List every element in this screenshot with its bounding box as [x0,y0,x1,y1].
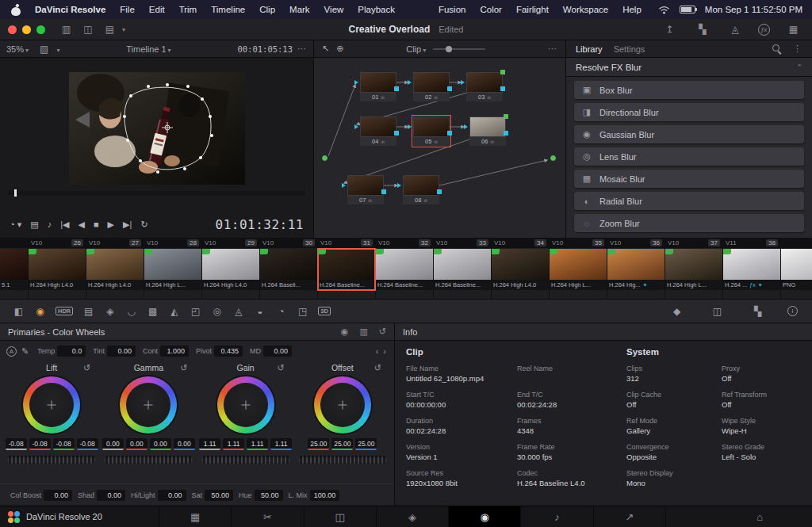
param-value-cont[interactable]: 1.000 [160,346,189,357]
wheel-strip-slider[interactable] [7,456,96,464]
param-value-sat[interactable]: 50.00 [205,490,233,501]
timeline-clip-36[interactable]: V1036H.264 Hig...✦ [607,238,665,299]
pointer-tool-icon[interactable]: ↖ [322,44,329,54]
box-blur-item[interactable]: ▣Box Blur [574,81,804,99]
directional-blur-item[interactable]: ◨Directional Blur [574,103,804,121]
clip-thumbnail-area[interactable]: H.264 High L4.0 [492,249,549,290]
param-value-col-boost[interactable]: 0.00 [44,490,72,501]
viewer-panel-icon[interactable]: ◫ [83,25,92,34]
node-08[interactable]: 08ılı [403,175,439,204]
param-value-md[interactable]: 0.00 [263,346,292,357]
timeline-clip-32[interactable]: V1032H.264 Baseline... [376,238,434,299]
fx-section-header[interactable]: Resolve FX Blur ⌃ [566,58,812,77]
timeline-clip[interactable]: PNG [781,238,812,299]
node-02[interactable]: 02ılı [413,72,450,101]
pan-tool-icon[interactable]: ⊕ [336,44,343,54]
camera-raw-icon[interactable]: ◧ [8,307,29,316]
audio-mute-button[interactable]: ♪ [48,220,52,229]
gallery-view-dropdown[interactable]: ▧▾ [33,44,59,54]
node-zoom-slider[interactable] [433,48,485,50]
wheel-value[interactable]: 25.00 [308,438,329,450]
clip-thumbnail-area[interactable]: H.264 Baseline... [376,249,433,290]
wheel-value[interactable]: 1.11 [223,438,244,450]
page-media-button[interactable]: ▦ [159,506,231,527]
play-button[interactable]: ▶ [108,220,114,229]
clip-thumbnail-area[interactable]: H.264 High L... [550,249,607,290]
menu-item-workspace[interactable]: Workspace [556,5,615,14]
wheel-value[interactable]: 0.00 [102,438,124,450]
node-04[interactable]: 04ılı [360,116,396,146]
timeline-clip-27[interactable]: V1027H.264 High L4.0 [86,238,144,299]
clip-thumbnail-area[interactable]: 5.1 [0,249,28,290]
sizing-icon[interactable]: ◳ [292,307,313,316]
color-wheel-gamma[interactable] [120,376,177,433]
wheel-value[interactable]: 1.11 [199,438,220,450]
clip-thumbnail-area[interactable]: H.264 Baseli... [260,249,317,290]
loop-button[interactable]: ↻ [140,220,147,229]
clip-thumbnail-area[interactable]: H.264 High L... [665,249,722,290]
menu-item-clip[interactable]: Clip [252,5,282,14]
info-icon[interactable]: i [787,306,798,316]
color-wheels-icon[interactable]: ◉ [29,307,51,316]
minimize-window-button[interactable] [22,25,31,34]
keyframes-icon[interactable]: ◆ [666,307,688,316]
library-options-menu[interactable]: ⋮ [793,44,802,54]
reset-all-icon[interactable]: ↺ [379,327,386,337]
clip-stack-button[interactable]: ▤ [30,220,38,229]
timeline-clip-31[interactable]: V1031H.264 Baseline... [318,238,376,299]
clip-thumbnail-area[interactable]: H.264 High L4.0 [202,249,259,290]
eyedropper-icon[interactable]: ✎ [21,346,29,357]
wheel-value[interactable]: 0.00 [126,438,147,450]
first-frame-button[interactable]: |◀ [60,220,69,229]
close-window-button[interactable] [8,25,17,34]
playhead[interactable] [14,189,17,197]
wheel-value[interactable]: 1.11 [247,438,268,450]
wifi-icon[interactable] [658,6,670,14]
wheel-value[interactable]: -0.08 [53,438,75,450]
gaussian-blur-item[interactable]: ◉Gaussian Blur [574,125,804,143]
param-value-tint[interactable]: 0.00 [107,346,136,357]
blur-icon[interactable]: ◒ [249,307,270,316]
search-icon[interactable] [772,44,782,54]
node-graph-panel[interactable]: 01ılı02ılı03ılı04ılı05ılı06ılı07ılı08ılı [314,58,566,238]
param-value-temp[interactable]: 0.0 [57,346,86,357]
power-window-icon[interactable]: ◰ [185,307,206,316]
clip-thumbnail-area[interactable]: H.264 ...ƒx✦ [723,249,780,290]
param-value-shad[interactable]: 0.00 [97,490,125,501]
clip-thumbnail-area[interactable]: H.264 High L... [144,249,201,290]
timeline-clip-26[interactable]: V1026H.264 High L4.0 [29,238,86,299]
magic-mask-icon[interactable]: ◬ [228,307,249,316]
home-icon[interactable]: ⌂ [756,511,763,523]
wheel-strip-slider[interactable] [104,456,193,464]
tab-settings[interactable]: Settings [614,44,645,54]
menu-item-color[interactable]: Color [473,5,508,14]
zoom-window-button[interactable] [36,25,45,34]
node-03[interactable]: 03ılı [466,72,503,101]
fx-badge-icon[interactable]: ƒx [758,24,770,36]
wheel-value[interactable]: -0.08 [29,438,51,450]
lens-blur-item[interactable]: ◎Lens Blur [574,147,804,166]
timeline-clip-35[interactable]: V1035H.264 High L... [550,238,607,299]
reset-icon[interactable]: ↺ [374,363,381,373]
zoom-level-dropdown[interactable]: 35%▾ [6,44,29,54]
battery-icon[interactable] [680,6,695,13]
node-view-icon[interactable]: ◬ [731,25,738,34]
wheel-value[interactable]: 25.00 [355,438,377,450]
page-panel-icon[interactable]: ▥ [62,25,71,34]
workspace-grid-icon[interactable]: ▦ [789,25,798,34]
clip-thumbnail-area[interactable]: H.264 Baseline... [434,249,491,290]
clip-thumbnail-area[interactable]: H.264 Baseline... [318,249,375,290]
page-fusion-button[interactable]: ◈ [376,506,448,527]
tab-library[interactable]: Library [576,44,603,54]
node-source-dot[interactable] [321,155,328,162]
menu-item-file[interactable]: File [113,5,142,14]
timeline-clip-34[interactable]: V1034H.264 High L4.0 [492,238,550,299]
wheel-value[interactable]: -0.08 [77,438,98,450]
menubar-clock[interactable]: Mon Sep 1 11:52:50 PM [705,5,802,14]
wheel-mode-icon[interactable]: ◉ [341,327,349,337]
tracker-icon[interactable]: ◎ [206,307,228,316]
node-01[interactable]: 01ılı [360,72,396,101]
clip-thumbnail-area[interactable]: H.264 Hig...✦ [607,249,665,290]
page-cut-button[interactable]: ✂ [231,506,303,527]
export-icon[interactable]: ↥ [665,25,673,34]
